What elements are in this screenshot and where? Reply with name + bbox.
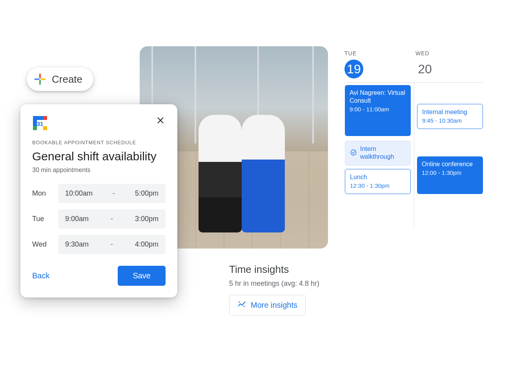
appointment-modal: 31 BOOKABLE APPOINTMENT SCHEDULE General… <box>20 104 177 298</box>
calendar-event[interactable]: Internal meeting9:45 - 10:30am <box>417 104 483 129</box>
insights-summary: 5 hr in meetings (avg: 4.8 hr) <box>229 279 319 288</box>
back-button[interactable]: Back <box>32 271 49 280</box>
svg-rect-3 <box>41 78 46 80</box>
end-time: 3:00pm <box>135 215 159 223</box>
svg-rect-7 <box>43 116 47 120</box>
calendar-event[interactable]: Avi Nagreen: Virtual Consult9:00 - 11:00… <box>345 85 411 136</box>
event-time: 9:00 - 11:00am <box>350 106 389 113</box>
insights-icon <box>237 300 246 310</box>
dash: - <box>113 189 115 198</box>
svg-text:31: 31 <box>37 120 44 127</box>
start-time: 9:30am <box>65 240 89 249</box>
modal-overline: BOOKABLE APPOINTMENT SCHEDULE <box>32 140 166 145</box>
time-range-input[interactable]: 10:00am - 5:00pm <box>58 184 166 203</box>
svg-point-13 <box>351 150 356 155</box>
modal-subtitle: 30 min appointments <box>32 167 166 174</box>
event-title: Avi Nagreen: Virtual Consult <box>350 89 406 105</box>
dash: - <box>111 240 113 249</box>
plus-icon <box>34 73 46 85</box>
end-time: 5:00pm <box>135 189 159 198</box>
create-label: Create <box>52 73 82 85</box>
day-label: Mon <box>32 189 51 198</box>
calendar-grid: TUE 19 WED 20 Avi Nagreen: Virtual Consu… <box>344 50 483 228</box>
svg-rect-1 <box>39 80 41 85</box>
event-time: 12:30 - 1:30pm <box>350 182 390 189</box>
day-header[interactable]: TUE 19 <box>344 50 412 78</box>
more-insights-button[interactable]: More insights <box>229 295 306 316</box>
event-time: 9:45 - 10:30am <box>422 117 462 124</box>
event-title: Intern walkthrough <box>360 145 406 161</box>
calendar-event[interactable]: Online conference12:00 - 1:30pm <box>417 156 483 194</box>
svg-rect-9 <box>43 126 47 130</box>
availability-row: Tue 9:00am - 3:00pm <box>32 209 166 229</box>
dash: - <box>111 215 113 223</box>
time-insights-panel: Time insights 5 hr in meetings (avg: 4.8… <box>229 263 319 316</box>
calendar-logo-icon: 31 <box>32 115 48 131</box>
availability-row: Mon 10:00am - 5:00pm <box>32 184 166 203</box>
svg-point-12 <box>244 306 245 307</box>
day-of-week: WED <box>415 50 430 56</box>
time-range-input[interactable]: 9:00am - 3:00pm <box>58 209 166 229</box>
calendar-event[interactable]: Intern walkthrough <box>345 141 411 166</box>
svg-rect-8 <box>33 126 37 130</box>
event-title: Online conference <box>422 160 478 168</box>
day-number[interactable]: 20 <box>415 60 434 78</box>
availability-row: Wed 9:30am - 4:00pm <box>32 235 166 254</box>
end-time: 4:00pm <box>135 240 159 249</box>
svg-point-11 <box>239 301 240 303</box>
event-title: Lunch <box>350 173 406 181</box>
event-title: Internal meeting <box>422 108 478 116</box>
day-number[interactable]: 19 <box>344 60 363 78</box>
start-time: 9:00am <box>65 215 89 223</box>
day-header[interactable]: WED 20 <box>415 50 483 78</box>
event-time: 12:00 - 1:30pm <box>422 169 461 176</box>
check-circle-icon <box>350 149 357 158</box>
day-label: Tue <box>32 215 51 223</box>
day-label: Wed <box>32 240 51 249</box>
insights-heading: Time insights <box>229 263 319 276</box>
save-button[interactable]: Save <box>118 266 166 286</box>
create-button[interactable]: Create <box>27 67 93 91</box>
time-range-input[interactable]: 9:30am - 4:00pm <box>58 235 166 254</box>
close-icon[interactable] <box>155 115 166 127</box>
start-time: 10:00am <box>65 189 93 198</box>
column-divider <box>414 83 414 228</box>
svg-rect-2 <box>35 78 39 80</box>
calendar-event[interactable]: Lunch12:30 - 1:30pm <box>345 169 411 194</box>
modal-title: General shift availability <box>32 149 166 163</box>
svg-rect-0 <box>39 74 41 78</box>
more-insights-label: More insights <box>251 301 297 310</box>
day-of-week: TUE <box>344 50 357 56</box>
